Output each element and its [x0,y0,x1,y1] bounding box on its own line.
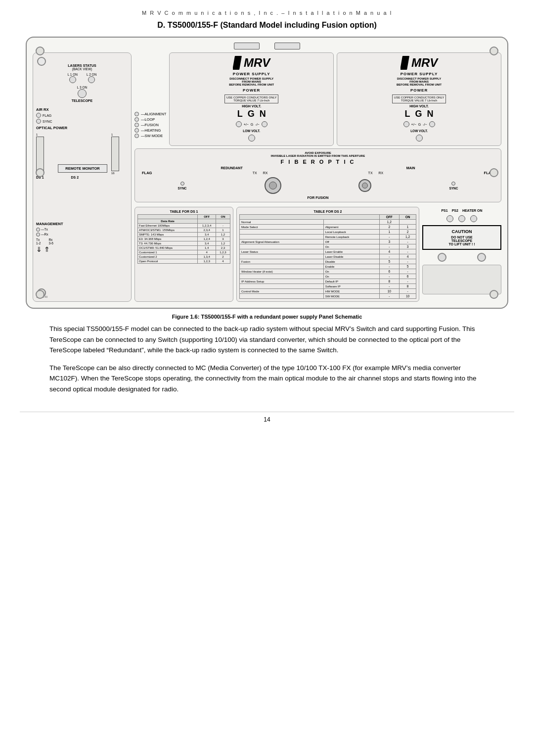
option-swmode: —SW MODE [134,134,166,138]
ps1-low-volt-circle [248,135,255,142]
top-connectors [33,43,501,49]
ds2-cell-sub: SW MODE [323,294,379,299]
ds1-cell-off: 3,4 [198,241,216,246]
ds2-cell-sub: Enable [323,264,379,269]
ds2-table-title: TABLE FOR DS 2 [239,210,416,213]
sync-right: SYNC [449,182,458,190]
ds2-cell-sub: Remote Loopback [323,235,379,239]
opt-circle-loop [134,117,139,122]
tx-dot [36,228,40,232]
ps-circles-row [422,215,501,222]
ds1-cell-off: 1,2,3 [198,259,216,264]
ps1-high-volt: HIGH VOLT. [242,104,261,108]
management-rows: —Tx —Rx [36,228,128,236]
body-para-2: The TereScope can be also directly conne… [49,363,485,395]
sync-circle [36,119,41,124]
ds2-cell-off: - [379,284,400,289]
outer-mr-circle [490,168,498,177]
corner-tl-circle [37,57,46,66]
bottom-tables-row: TABLE FOR DS 1 OFF ON Data RateFast Eth [134,207,501,302]
l3-on-label: L 3 ON [77,86,87,89]
ps1-plus-minus: +/~ G -/~ [236,121,267,127]
ds2-cell-on: 1 [400,225,416,230]
ds2-cell-sub [323,220,379,225]
mrv-text-2: MRV [411,56,438,70]
ps2-circle-left [403,121,409,127]
ds2-cell-sub: Disable [323,259,379,264]
ds-labels: DS 1 DS 2 [36,176,128,179]
ds1-cell-rate: Fast Ethernet 100Mbps [138,224,198,228]
ds1-row-0: Fast Ethernet 100Mbps1,2,3,4- [138,224,230,228]
lasers-status-subtitle: (BACK VIEW) [36,67,128,71]
ps1-title: POWER SUPPLY [233,72,270,76]
redundant-label: REDUNDANT [221,166,242,170]
ds1-row-6: Customized 141,2,3 [138,250,230,255]
ds1-cell-on: 2,3 [216,246,230,250]
ds2-col-off: OFF [379,215,400,220]
ps1-low-volt: LOW VOLT. [243,129,260,133]
ds2-cell-sub: Laser Enable [323,249,379,254]
ds2-cell-on: - [400,239,416,244]
left-column: LASERS STATUS (BACK VIEW) L 1 ON L 2 ON [33,52,132,302]
for-fusion-label: FOR FUSION [139,196,497,199]
outer-corner-bl [36,290,44,299]
ps1-circle-right [262,121,267,127]
ds1-table-title: TABLE FOR DS 1 [137,210,230,213]
ds2-cell-mode [240,264,324,269]
flag-circle [36,113,41,118]
ds2-cell-sub: Default IP [323,279,379,284]
ds1-cell-on: 4 [216,259,230,264]
redundant-main-labels: REDUNDANT MAIN [139,166,497,170]
body-text: This special TS5000/155-F model can be c… [49,324,485,402]
ds2-row-4: Alignment Signal AttenuationOff3- [240,239,416,244]
lens-outer-left [265,177,281,194]
ds2-cell-mode [240,230,324,235]
ds1-cell-rate: E3: 34.368 Mbps [138,237,198,241]
ds2-cell-mode: Window Heater (if exist) [240,269,324,274]
l1-on-label: L 1 ON [68,73,78,76]
ds2-cell-sub: On [323,269,379,274]
ds1-cell-off: 1,2,4 [198,237,216,241]
ds1-rate-header-row: Data Rate [138,219,230,224]
ds1-cell-rate: OC1/STM0: 51.840 Mbps [138,246,198,250]
ds1-row-4: T3: 44.736 Mbps3,41,2 [138,241,230,246]
l1-circle [69,76,76,83]
ps2-disconnect: DISCONNECT POWER SUPPLY FROM MAINS BEFOR… [397,77,442,86]
rx-dot [36,233,40,236]
l2-circle [88,76,95,83]
option-heating: —HEATING [134,128,166,133]
ds1-cell-on: 1,2,3 [216,250,230,255]
opt-circle-heating [134,128,139,133]
ds1-row-5: OC1/STM0: 51.840 Mbps1,42,3 [138,246,230,250]
heater-on-label: HEATER ON [462,209,483,212]
ds2-cell-off: 5 [379,259,400,264]
ds2-cell-mode [240,274,324,279]
l3-circle [78,89,87,98]
ds2-table-container: TABLE FOR DS 2 OFF ON Normal1,2Mode Sel [236,207,419,302]
ds2-cell-on: - [400,249,416,254]
sync-left: SYNC [178,182,186,190]
ds2-cell-off: 4 [379,249,400,254]
ps2-circle-right [429,121,435,127]
mgmt-tx-rx-controls: —Tx —Rx [36,228,48,236]
rx-range: Rx 3-6 [48,238,53,245]
ds2-row-15: SW MODE-10 [240,294,416,299]
lens-inner-right [362,183,368,189]
lasers-status-section: LASERS STATUS (BACK VIEW) L 1 ON L 2 ON [36,64,128,102]
ps1-n: N [260,109,266,119]
ps1-indicator-circle [446,215,453,222]
opt-circle-alignment [134,112,139,116]
ds1-row-7: Customized 21,3,42 [138,255,230,259]
ps1-g: G [248,109,255,119]
ds2-cell-off: 1,2 [379,220,400,225]
ds2-cell-off: 3 [379,239,400,244]
ds1-cell-off: 1,4 [198,246,216,250]
connector-right [274,43,300,49]
ds2-cell-mode: Normal [240,220,324,225]
outer-bl-circle [36,290,44,299]
outer-corner-mr [490,168,498,177]
ds2-cell-sub: Laser Disable [323,254,379,259]
ds2-cell-mode: Mode Select [240,225,324,230]
ds2-cell-mode: Control Mode [240,289,324,294]
ds2-cell-mode: Alignment Signal Attenuation [240,239,324,244]
